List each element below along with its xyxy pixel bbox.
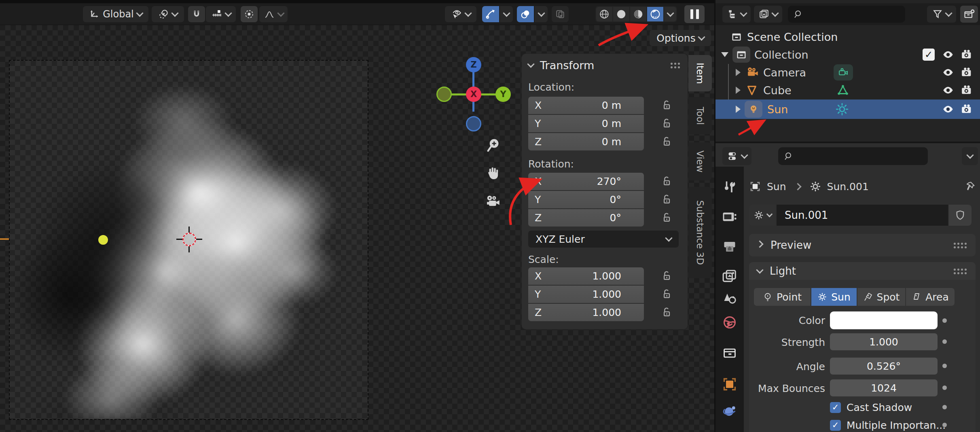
tab-render-icon[interactable] bbox=[722, 210, 738, 224]
lock-icon[interactable] bbox=[661, 100, 672, 111]
lock-icon[interactable] bbox=[661, 212, 672, 223]
properties-editor-type-dropdown[interactable] bbox=[722, 147, 751, 165]
fake-user-shield-button[interactable] bbox=[949, 205, 972, 226]
light-type-point-button[interactable]: Point bbox=[754, 288, 811, 306]
pause-render-button[interactable] bbox=[684, 5, 705, 23]
tab-tool-icon[interactable] bbox=[722, 180, 737, 194]
pin-icon[interactable] bbox=[964, 181, 976, 192]
lock-icon[interactable] bbox=[661, 118, 672, 129]
sidebar-tab-substance-3d[interactable]: Substance 3D bbox=[688, 187, 712, 278]
disable-in-renders-camera-icon[interactable] bbox=[961, 85, 974, 96]
proportional-falloff-dropdown[interactable] bbox=[259, 6, 288, 22]
rotation-mode-dropdown[interactable]: XYZ Euler bbox=[528, 231, 679, 248]
expand-caret-icon[interactable] bbox=[721, 52, 728, 57]
tab-object-icon[interactable] bbox=[722, 377, 737, 392]
outliner-search-input[interactable] bbox=[788, 6, 905, 23]
outliner-filter-dropdown[interactable] bbox=[927, 6, 956, 23]
shading-material-button[interactable] bbox=[630, 7, 646, 21]
overlays-options-dropdown[interactable] bbox=[535, 6, 548, 22]
new-collection-button[interactable] bbox=[960, 6, 978, 23]
sidebar-tab-item[interactable]: Item bbox=[688, 55, 712, 91]
breadcrumb-data[interactable]: Sun.001 bbox=[827, 181, 869, 193]
hide-in-viewport-eye-icon[interactable] bbox=[941, 85, 955, 96]
rotation-x-field[interactable]: X270° bbox=[528, 173, 644, 190]
gizmo-axis-y[interactable]: Y bbox=[495, 87, 511, 102]
outliner-row-scene-collection[interactable]: Scene Collection bbox=[715, 28, 980, 45]
animate-dot[interactable] bbox=[942, 423, 947, 427]
outliner-row-sun[interactable]: Sun bbox=[715, 100, 980, 119]
tab-collection-icon[interactable] bbox=[722, 346, 737, 360]
gizmo-options-dropdown[interactable] bbox=[500, 6, 513, 22]
animate-dot[interactable] bbox=[942, 364, 947, 368]
gizmo-axis-z-neg[interactable] bbox=[466, 116, 481, 131]
zoom-tool-button[interactable] bbox=[485, 137, 502, 153]
shading-options-dropdown[interactable] bbox=[664, 7, 676, 21]
color-swatch[interactable] bbox=[830, 311, 938, 329]
tab-physics-icon[interactable] bbox=[722, 404, 737, 418]
outliner-row-collection[interactable]: Collection ✓ bbox=[715, 46, 980, 63]
properties-search-input[interactable] bbox=[778, 147, 928, 165]
outliner-row-cube[interactable]: Cube bbox=[715, 82, 980, 99]
panel-collapse-chevron[interactable] bbox=[527, 60, 534, 68]
disable-in-renders-camera-icon[interactable] bbox=[961, 49, 974, 60]
navigation-gizmo[interactable]: Z X Y bbox=[421, 53, 506, 133]
multiple-importance-checkbox[interactable]: ✓ bbox=[830, 420, 841, 431]
lock-icon[interactable] bbox=[661, 270, 672, 282]
location-y-field[interactable]: Y0 m bbox=[528, 115, 644, 132]
panel-drag-grip[interactable] bbox=[670, 62, 681, 69]
expand-caret-icon[interactable] bbox=[736, 87, 741, 94]
sun-data-badge[interactable] bbox=[835, 102, 849, 116]
cast-shadow-checkbox[interactable]: ✓ bbox=[830, 402, 841, 413]
scale-y-field[interactable]: Y1.000 bbox=[528, 286, 644, 303]
collection-exclude-checkbox[interactable]: ✓ bbox=[923, 49, 935, 61]
outliner-row-camera[interactable]: Camera bbox=[715, 64, 980, 81]
lock-icon[interactable] bbox=[661, 136, 672, 147]
camera-view-button[interactable] bbox=[484, 193, 501, 209]
mesh-data-badge[interactable] bbox=[836, 83, 850, 97]
sun-light-origin-dot[interactable] bbox=[98, 235, 108, 245]
tab-view-layer-icon[interactable] bbox=[722, 269, 737, 284]
shading-wireframe-button[interactable] bbox=[596, 7, 612, 21]
light-type-sun-button[interactable]: Sun bbox=[811, 288, 857, 306]
light-type-area-button[interactable]: Area bbox=[906, 288, 955, 306]
xray-toggle[interactable] bbox=[552, 6, 569, 22]
animate-dot[interactable] bbox=[942, 385, 947, 390]
angle-field[interactable]: 0.526° bbox=[830, 358, 938, 375]
max-bounces-field[interactable]: 1024 bbox=[830, 379, 938, 396]
snap-toggle-button[interactable] bbox=[188, 6, 205, 22]
strength-field[interactable]: 1.000 bbox=[830, 333, 938, 350]
hide-in-viewport-eye-icon[interactable] bbox=[941, 104, 955, 115]
light-type-spot-button[interactable]: Spot bbox=[857, 288, 905, 306]
light-type-menu-button[interactable] bbox=[749, 205, 776, 226]
proportional-editing-toggle[interactable] bbox=[241, 6, 258, 22]
gizmo-axis-x[interactable]: X bbox=[466, 87, 481, 102]
lock-icon[interactable] bbox=[661, 288, 672, 300]
options-dropdown[interactable]: Options bbox=[650, 30, 711, 46]
pan-tool-button[interactable] bbox=[485, 165, 501, 181]
rotation-z-field[interactable]: Z0° bbox=[528, 209, 644, 227]
tab-scene-icon[interactable] bbox=[722, 291, 737, 306]
location-z-field[interactable]: Z0 m bbox=[528, 133, 644, 150]
expand-caret-icon[interactable] bbox=[736, 106, 741, 113]
lock-icon[interactable] bbox=[661, 307, 672, 318]
gizmo-axis-x-neg[interactable] bbox=[436, 87, 452, 102]
sidebar-tab-tool[interactable]: Tool bbox=[688, 97, 712, 134]
light-panel-header[interactable]: Light bbox=[749, 262, 976, 280]
properties-options-dropdown[interactable] bbox=[962, 147, 978, 165]
camera-data-badge[interactable] bbox=[834, 64, 853, 80]
animate-dot[interactable] bbox=[942, 318, 947, 323]
show-object-types-dropdown[interactable] bbox=[445, 6, 476, 22]
panel-drag-grip[interactable] bbox=[953, 268, 967, 275]
hide-in-viewport-eye-icon[interactable] bbox=[941, 67, 955, 78]
scale-x-field[interactable]: X1.000 bbox=[528, 267, 644, 285]
shading-rendered-button[interactable] bbox=[647, 7, 663, 21]
location-x-field[interactable]: X0 m bbox=[528, 97, 644, 114]
animate-dot[interactable] bbox=[942, 339, 947, 344]
show-gizmo-toggle[interactable] bbox=[482, 6, 499, 22]
preview-panel-header[interactable]: Preview bbox=[749, 234, 976, 256]
sidebar-tab-view[interactable]: View bbox=[688, 142, 712, 180]
lock-icon[interactable] bbox=[661, 194, 672, 205]
tab-world-icon[interactable] bbox=[722, 315, 737, 330]
scale-z-field[interactable]: Z1.000 bbox=[528, 304, 644, 321]
disable-in-renders-camera-icon[interactable] bbox=[961, 67, 974, 78]
